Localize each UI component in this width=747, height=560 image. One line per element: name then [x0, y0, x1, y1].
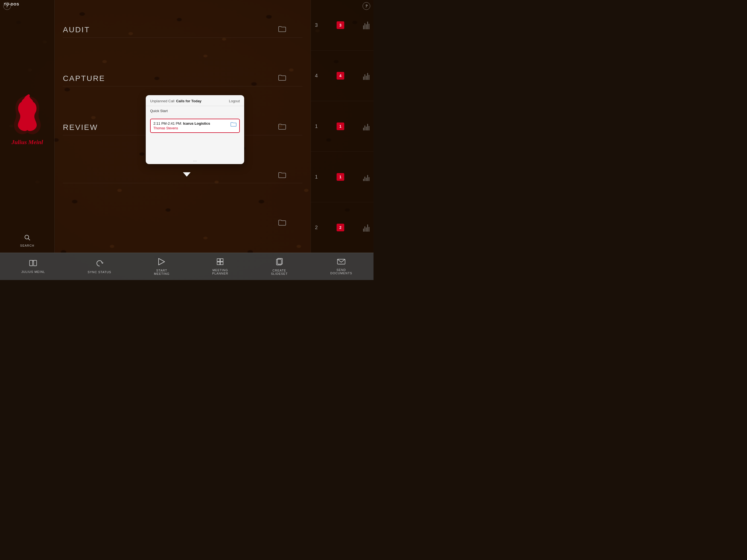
- julius-meinl-label: JULIUS MEINL: [21, 270, 45, 274]
- capture-bars: [363, 72, 369, 80]
- capture-label: CAPTURE: [63, 74, 278, 83]
- review-count-badge: 1: [337, 123, 344, 130]
- meeting-person: Thomas Stevens: [153, 126, 210, 130]
- svg-line-1: [28, 239, 30, 240]
- grid-icon: [216, 258, 224, 267]
- meeting-planner-label: MEETING PLANNER: [212, 269, 228, 275]
- tab-calls-today[interactable]: Calls for Today: [176, 99, 202, 103]
- search-area[interactable]: SEARCH: [20, 230, 34, 253]
- info-icon[interactable]: i: [3, 2, 11, 10]
- start-meeting-button[interactable]: START MEETING: [149, 256, 175, 278]
- create-slideset-button[interactable]: CREATE SLIDESET: [265, 256, 293, 278]
- popup-header: Unplanned Call Calls for Today Logout: [146, 95, 244, 106]
- popup-dots: ...: [146, 157, 244, 164]
- capture-folder-icon: [278, 75, 286, 82]
- start-meeting-label: START MEETING: [154, 269, 170, 275]
- capture-count-gray: 4: [315, 73, 318, 79]
- help-icon[interactable]: ?: [363, 2, 370, 10]
- svg-rect-3: [217, 259, 220, 261]
- capture-count-badge: 4: [337, 72, 344, 80]
- item4-folder-icon: [278, 172, 286, 180]
- copy-icon: [276, 258, 283, 268]
- left-sidebar: TO-DOS Julius Meinl: [0, 0, 55, 253]
- sync-icon: [96, 259, 103, 269]
- brand-name: Julius Meinl: [11, 138, 43, 146]
- bottom-toolbar: JULIUS MEINL SYNC STATUS START MEETING: [0, 253, 374, 280]
- calls-popup[interactable]: Unplanned Call Calls for Today Logout Qu…: [146, 95, 244, 164]
- row4-bars: [363, 173, 369, 181]
- right-row-review: 1 1: [311, 101, 374, 152]
- right-row-4: 1 1: [311, 152, 374, 202]
- row4-count-badge: 1: [337, 173, 344, 181]
- right-row-5: 2 2: [311, 202, 374, 253]
- svg-rect-6: [221, 262, 223, 265]
- logo-area: Julius Meinl: [5, 9, 49, 230]
- audit-count-gray: 3: [315, 22, 318, 28]
- menu-row-audit[interactable]: AUDIT: [63, 22, 302, 38]
- create-slideset-label: CREATE SLIDESET: [271, 269, 288, 275]
- row5-count-gray: 2: [315, 225, 318, 230]
- julius-meinl-button[interactable]: JULIUS MEINL: [16, 258, 51, 276]
- quick-start-label: Quick Start: [146, 106, 244, 116]
- mail-icon: [337, 258, 345, 267]
- review-bars: [363, 122, 369, 130]
- audit-bars: [363, 21, 369, 29]
- popup-folder-icon[interactable]: [231, 122, 236, 128]
- audit-folder-icon: [278, 26, 286, 34]
- brand-logo: [8, 94, 47, 137]
- send-documents-label: SEND DOCUMENTS: [330, 268, 352, 275]
- logout-button[interactable]: Logout: [229, 99, 240, 103]
- right-panel: 3 3 4 4: [311, 0, 374, 253]
- tab-unplanned-call[interactable]: Unplanned Call: [150, 99, 175, 103]
- sync-status-label: SYNC STATUS: [88, 271, 111, 274]
- sync-status-button[interactable]: SYNC STATUS: [82, 257, 117, 276]
- meeting-time: 2:11 PM-2:41 PM: Icarus Logistics: [153, 121, 210, 126]
- svg-rect-4: [221, 259, 223, 261]
- review-count-gray: 1: [315, 124, 318, 129]
- item5-folder-icon: [278, 220, 286, 227]
- meeting-info: 2:11 PM-2:41 PM: Icarus Logistics Thomas…: [153, 121, 210, 130]
- play-icon: [158, 258, 165, 268]
- audit-label: AUDIT: [63, 25, 278, 34]
- search-label: SEARCH: [20, 244, 34, 247]
- svg-marker-2: [159, 258, 164, 265]
- menu-row-item5[interactable]: [63, 216, 302, 230]
- menu-row-item4[interactable]: [63, 169, 302, 183]
- meeting-item[interactable]: 2:11 PM-2:41 PM: Icarus Logistics Thomas…: [150, 119, 240, 133]
- row5-bars: [363, 223, 369, 232]
- search-icon[interactable]: [24, 234, 31, 243]
- svg-rect-5: [217, 262, 220, 265]
- send-documents-button[interactable]: SEND DOCUMENTS: [325, 256, 358, 277]
- row5-count-badge: 2: [337, 224, 344, 231]
- right-row-capture: 4 4: [311, 51, 374, 101]
- menu-row-capture[interactable]: CAPTURE: [63, 71, 302, 86]
- top-icons-bar: i ?: [0, 0, 374, 12]
- meeting-planner-button[interactable]: MEETING PLANNER: [207, 256, 234, 277]
- book-icon: [29, 260, 37, 269]
- row4-count-gray: 1: [315, 174, 318, 180]
- popup-empty: [146, 136, 244, 157]
- audit-count-badge: 3: [337, 21, 344, 29]
- review-folder-icon: [278, 124, 286, 131]
